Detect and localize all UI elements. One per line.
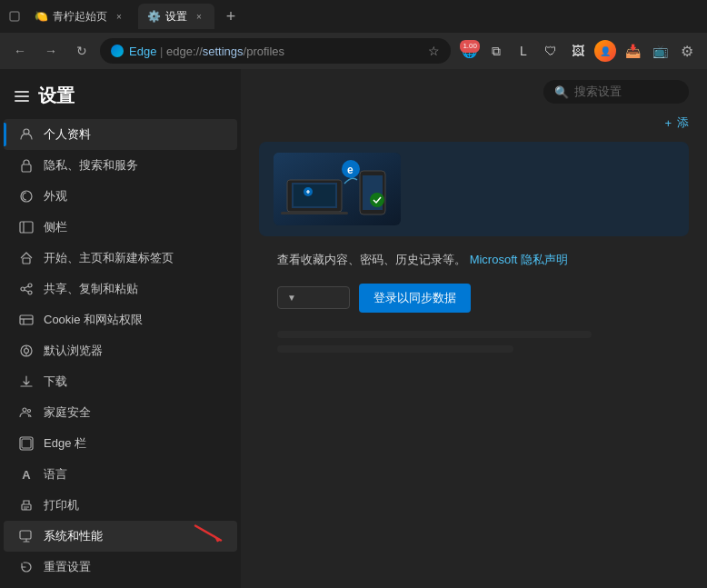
screenshot-icon[interactable]: 🖼 xyxy=(565,38,591,64)
svg-point-37 xyxy=(370,193,384,207)
avatar: 👤 xyxy=(594,40,616,62)
settings-sidebar: 设置 个人资料 隐私、搜索和服务 外观 侧栏 xyxy=(0,69,241,588)
edge-logo-icon xyxy=(111,45,124,57)
sidebar-item-printer[interactable]: 打印机 xyxy=(4,490,237,521)
sync-controls: ▼ 登录以同步数据 xyxy=(259,284,689,313)
sidebar-item-appearance[interactable]: 外观 xyxy=(4,181,237,212)
reset-icon xyxy=(18,559,35,575)
sidebar-header: 设置 xyxy=(0,76,241,119)
sidebar-item-privacy[interactable]: 隐私、搜索和服务 xyxy=(4,150,237,181)
svg-rect-32 xyxy=(281,212,348,214)
default-browser-icon xyxy=(18,343,35,359)
hamburger-line xyxy=(15,91,29,93)
hamburger-line xyxy=(15,95,29,97)
language-label: 语言 xyxy=(44,466,67,483)
account-dropdown[interactable]: ▼ xyxy=(277,286,350,309)
back-button[interactable]: ← xyxy=(7,38,33,64)
appearance-label: 外观 xyxy=(44,188,67,204)
split-screen-icon[interactable]: ⧉ xyxy=(483,38,509,64)
svg-rect-12 xyxy=(20,315,33,324)
window-control[interactable] xyxy=(7,9,22,24)
sync-button[interactable]: 登录以同步数据 xyxy=(359,284,471,313)
hamburger-button[interactable] xyxy=(15,91,29,102)
sync-description: 查看收藏内容、密码、历史记录等。 Microsoft 隐私声明 xyxy=(259,251,689,269)
tab2-icon: ⚙️ xyxy=(147,10,160,23)
sidebar-item-reset[interactable]: 重置设置 xyxy=(4,552,237,583)
sidebar-item-sidebar[interactable]: 侧栏 xyxy=(4,212,237,243)
downloads-label: 下载 xyxy=(44,374,67,390)
sidebar-item-start-home[interactable]: 开始、主页和新建标签页 xyxy=(4,243,237,274)
tab1-close[interactable]: × xyxy=(113,10,125,23)
search-settings-box[interactable]: 🔍 搜索设置 xyxy=(543,80,689,104)
search-icon: 🔍 xyxy=(554,85,569,99)
appearance-icon xyxy=(18,188,35,204)
sidebar-item-default-browser[interactable]: 默认浏览器 xyxy=(4,335,237,366)
add-profile-button[interactable]: + 添 xyxy=(259,115,689,131)
svg-rect-4 xyxy=(20,222,33,233)
additional-content xyxy=(259,331,689,353)
shield-icon[interactable]: 🛡 xyxy=(538,38,563,64)
profile-label: 个人资料 xyxy=(44,126,91,143)
sync-banner: e xyxy=(259,142,689,236)
family-safety-label: 家庭安全 xyxy=(44,404,91,421)
sidebar-item-cookies[interactable]: Cookie 和网站权限 xyxy=(4,304,237,335)
tab-settings[interactable]: ⚙️ 设置 × xyxy=(138,4,214,29)
address-text: Edge | edge://settings/profiles xyxy=(129,45,284,58)
microsoft-privacy-link[interactable]: Microsoft 隐私声明 xyxy=(470,253,568,266)
content-search-bar: 🔍 搜索设置 xyxy=(241,69,707,115)
tab-qinglime[interactable]: 🍋 青柠起始页 × xyxy=(25,4,134,29)
cookies-icon xyxy=(18,312,35,328)
star-icon[interactable]: ☆ xyxy=(428,44,440,58)
settings-title: 设置 xyxy=(38,84,75,108)
sidebar-item-share[interactable]: 共享、复制和粘贴 xyxy=(4,274,237,304)
svg-rect-30 xyxy=(294,184,335,206)
sidebar-item-profile[interactable]: 个人资料 xyxy=(4,119,237,150)
edge-bar-label: Edge 栏 xyxy=(44,435,86,452)
address-field[interactable]: Edge | edge://settings/profiles ☆ xyxy=(100,38,451,64)
reset-label: 重置设置 xyxy=(44,559,91,575)
privacy-label: 隐私、搜索和服务 xyxy=(44,157,138,174)
dropdown-arrow-icon: ▼ xyxy=(287,293,296,303)
svg-point-20 xyxy=(28,410,31,413)
sidebar-item-family-safety[interactable]: 家庭安全 xyxy=(4,397,237,428)
collections-icon[interactable]: L xyxy=(511,38,536,64)
svg-rect-6 xyxy=(23,258,30,264)
sidebar-item-system[interactable]: 系统和性能 xyxy=(4,521,237,552)
svg-point-16 xyxy=(25,349,29,354)
download-manage-icon[interactable]: 📥 xyxy=(620,38,645,64)
language-icon: A xyxy=(18,466,35,483)
svg-text:e: e xyxy=(347,164,354,176)
tab2-close[interactable]: × xyxy=(193,10,205,23)
privacy-icon xyxy=(18,157,35,174)
hamburger-line xyxy=(15,100,29,102)
sidebar-item-downloads[interactable]: 下载 xyxy=(4,366,237,397)
refresh-button[interactable]: ↻ xyxy=(69,38,95,64)
address-bar: ← → ↻ Edge | edge://settings/profiles ☆ … xyxy=(0,33,707,69)
placeholder-bar-2 xyxy=(277,345,513,353)
downloads-icon xyxy=(18,374,35,390)
svg-point-8 xyxy=(21,287,25,291)
sidebar-item-edge-bar[interactable]: Edge 栏 xyxy=(4,428,237,459)
tv-icon[interactable]: 📺 xyxy=(647,38,672,64)
browser-essentials-icon[interactable]: 🌐 1.00 xyxy=(456,38,482,64)
user-profile-icon[interactable]: 👤 xyxy=(592,38,618,64)
svg-point-9 xyxy=(28,291,32,294)
svg-point-7 xyxy=(28,284,32,287)
forward-button[interactable]: → xyxy=(38,38,64,64)
profile-icon xyxy=(18,126,35,143)
more-settings-icon[interactable]: ⚙ xyxy=(674,38,700,64)
forward-icon: → xyxy=(45,44,57,58)
svg-line-10 xyxy=(25,286,28,288)
start-home-icon xyxy=(18,250,35,266)
share-label: 共享、复制和粘贴 xyxy=(44,281,138,297)
refresh-icon: ↻ xyxy=(76,44,87,58)
main-layout: 设置 个人资料 隐私、搜索和服务 外观 侧栏 xyxy=(0,69,707,588)
new-tab-button[interactable]: + xyxy=(218,4,244,29)
svg-rect-24 xyxy=(20,531,31,539)
default-browser-label: 默认浏览器 xyxy=(44,343,103,359)
back-icon: ← xyxy=(14,44,26,58)
sidebar-item-language[interactable]: A 语言 xyxy=(4,459,237,490)
toolbar-icons: 🌐 1.00 ⧉ L 🛡 🖼 👤 📥 📺 xyxy=(456,38,700,64)
placeholder-bar-1 xyxy=(277,331,592,338)
system-label: 系统和性能 xyxy=(44,528,103,544)
